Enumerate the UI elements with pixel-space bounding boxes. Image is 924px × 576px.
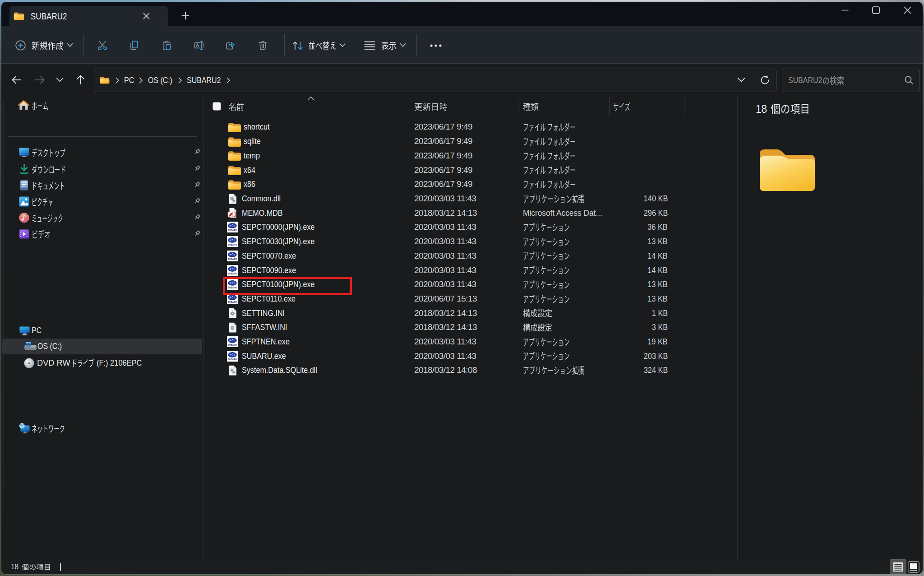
svg-text:SUBARU: SUBARU xyxy=(228,258,237,260)
svg-text:SUBARU: SUBARU xyxy=(228,358,237,360)
svg-text:SUBARU: SUBARU xyxy=(228,229,237,232)
svg-text:SUBARU: SUBARU xyxy=(228,272,237,274)
svg-text:SUBARU: SUBARU xyxy=(228,244,237,246)
svg-text:SUBARU: SUBARU xyxy=(228,344,237,346)
svg-text:SUBARU: SUBARU xyxy=(228,301,237,303)
